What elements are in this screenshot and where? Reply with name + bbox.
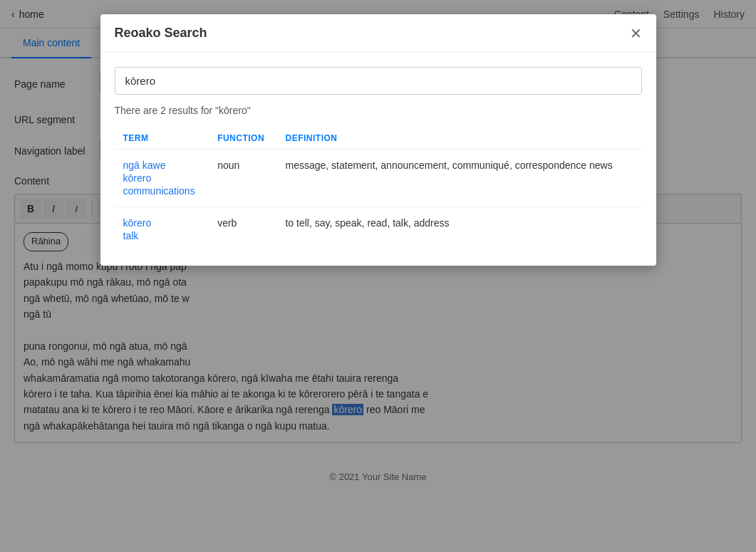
- modal-title: Reoako Search: [115, 26, 207, 41]
- results-table: TERM FUNCTION DEFINITION ngā kawe kōrero…: [115, 127, 642, 251]
- table-header-row: TERM FUNCTION DEFINITION: [115, 127, 642, 150]
- modal-body: There are 2 results for "kōrero" TERM FU…: [100, 53, 656, 266]
- results-count: There are 2 results for "kōrero": [115, 105, 642, 116]
- term-link-1a[interactable]: ngā kawe: [123, 160, 201, 171]
- term-link-2a[interactable]: kōrero: [123, 217, 201, 229]
- table-row: ngā kawe kōrero communications noun mess…: [115, 150, 642, 207]
- col-header-term: TERM: [115, 127, 209, 150]
- col-header-definition: DEFINITION: [276, 127, 641, 150]
- table-row: kōrero talk verb to tell, say, speak, re…: [115, 207, 642, 252]
- modal-close-button[interactable]: ✕: [630, 26, 642, 41]
- table-cell-function-2: verb: [209, 207, 276, 252]
- col-header-function: FUNCTION: [209, 127, 276, 150]
- term-group-1: ngā kawe kōrero communications: [123, 160, 201, 197]
- table-cell-function-1: noun: [209, 150, 276, 207]
- table-cell-definition-2: to tell, say, speak, read, talk, address: [276, 207, 641, 252]
- term-group-2: kōrero talk: [123, 217, 201, 241]
- table-cell-definition-1: message, statement, announcement, commun…: [276, 150, 641, 207]
- term-link-2b[interactable]: talk: [123, 230, 201, 241]
- term-link-1c[interactable]: communications: [123, 185, 201, 197]
- table-cell-term-2: kōrero talk: [115, 207, 209, 252]
- search-modal: Reoako Search ✕ There are 2 results for …: [100, 14, 656, 266]
- search-input[interactable]: [115, 67, 642, 95]
- modal-header: Reoako Search ✕: [100, 14, 656, 53]
- table-cell-term-1: ngā kawe kōrero communications: [115, 150, 209, 207]
- modal-overlay: Reoako Search ✕ There are 2 results for …: [0, 0, 756, 552]
- term-link-1b[interactable]: kōrero: [123, 172, 201, 184]
